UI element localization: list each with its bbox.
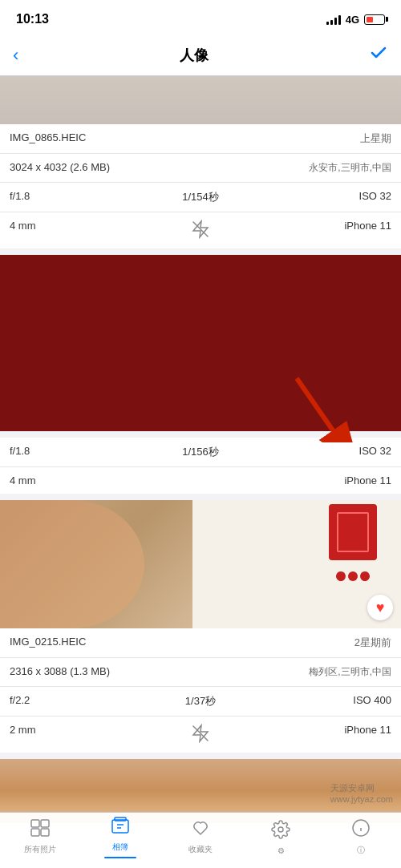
svg-rect-8 — [31, 829, 39, 836]
tab-albums[interactable]: 相簿 — [80, 817, 160, 858]
photo-3-aperture: f/2.2 — [10, 692, 137, 711]
status-bar: 10:13 4G — [0, 0, 401, 35]
photo-3-shutter: 1/37秒 — [137, 692, 265, 711]
settings-icon — [271, 820, 290, 844]
flash-icon-3 — [137, 721, 265, 748]
photo-1-focal-length: 4 mm — [10, 217, 137, 244]
content-area: IMG_0865.HEIC 上星期 3024 x 4032 (2.6 MB) 永… — [0, 76, 401, 868]
photo-3-aperture-row: f/2.2 1/37秒 ISO 400 — [0, 687, 401, 717]
photo-2-shutter: 1/156秒 — [137, 442, 265, 462]
photo-3-date: 2星期前 — [264, 633, 391, 652]
photo-card-3: ♥ IMG_0215.HEIC 2星期前 2316 x 3088 (1.3 MB… — [0, 500, 401, 753]
photo-2-focal-row: 4 mm iPhone 11 — [0, 467, 401, 494]
svg-rect-10 — [112, 820, 128, 833]
info-icon — [351, 818, 371, 842]
photo-1-location: 永安市,三明市,中国 — [264, 159, 391, 177]
info-label: ⓘ — [357, 845, 365, 856]
confirm-button[interactable] — [369, 43, 388, 67]
photo-1-image-partial — [0, 76, 401, 124]
heart-icon: ♥ — [376, 600, 385, 616]
photo-2-device: iPhone 11 — [264, 472, 391, 489]
photo-1-filename: IMG_0865.HEIC — [10, 129, 137, 148]
flash-icon-2 — [137, 472, 265, 489]
photo-3-iso: ISO 400 — [264, 692, 391, 711]
albums-label: 相簿 — [112, 842, 128, 853]
photo-2-aperture-row: f/1.8 1/156秒 ISO 32 — [0, 438, 401, 467]
photo-1-focal-row: 4 mm iPhone 11 — [0, 212, 401, 248]
network-type: 4G — [346, 14, 359, 26]
svg-rect-11 — [115, 818, 126, 821]
photo-1-iso: ISO 32 — [264, 188, 391, 207]
svg-point-14 — [278, 827, 283, 832]
svg-rect-7 — [41, 820, 49, 827]
watermark-url: www.jytyaz.com — [330, 794, 393, 804]
photo-card-2-info: f/1.8 1/156秒 ISO 32 4 mm iPhone 11 — [0, 438, 401, 494]
photo-1-aperture-row: f/1.8 1/154秒 ISO 32 — [0, 183, 401, 212]
albums-icon — [111, 817, 130, 839]
photo-2-focal-length: 4 mm — [10, 472, 137, 489]
tab-favorites[interactable]: 收藏夹 — [160, 819, 241, 855]
status-icons: 4G — [326, 14, 385, 26]
photo-3-focal-length: 2 mm — [10, 721, 137, 748]
favorite-badge[interactable]: ♥ — [367, 595, 393, 620]
flash-icon-1 — [137, 217, 265, 244]
settings-label: ⚙ — [277, 846, 285, 855]
photo-2-aperture: f/1.8 — [10, 442, 137, 462]
tab-bar: 所有照片 相簿 收藏夹 ⚙ — [0, 812, 401, 868]
svg-rect-6 — [31, 820, 39, 827]
battery-icon — [364, 14, 385, 25]
photo-2-iso: ISO 32 — [264, 442, 391, 462]
page-title: 人像 — [180, 46, 209, 65]
photo-card-2-wrapper: f/1.8 1/156秒 ISO 32 4 mm iPhone 11 — [0, 255, 401, 494]
photo-1-aperture: f/1.8 — [10, 188, 137, 207]
photo-1-dimensions-row: 3024 x 4032 (2.6 MB) 永安市,三明市,中国 — [0, 154, 401, 183]
photo-3-location: 梅列区,三明市,中国 — [264, 663, 391, 681]
photo-3-filename: IMG_0215.HEIC — [10, 633, 137, 652]
photo-3-filename-row: IMG_0215.HEIC 2星期前 — [0, 628, 401, 658]
tab-active-indicator — [104, 857, 136, 858]
favorites-icon — [191, 819, 210, 842]
photo-3-image: ♥ — [0, 500, 401, 628]
all-photos-icon — [30, 819, 50, 842]
tab-settings[interactable]: ⚙ — [241, 820, 321, 855]
photo-card-2 — [0, 255, 401, 431]
svg-rect-9 — [41, 829, 49, 836]
favorites-label: 收藏夹 — [188, 844, 213, 855]
all-photos-label: 所有照片 — [24, 844, 56, 855]
watermark: 天源安卓网 www.jytyaz.com — [330, 782, 393, 804]
photo-1-dimensions: 3024 x 4032 (2.6 MB) — [10, 159, 137, 177]
back-button[interactable]: ‹ — [13, 45, 18, 66]
nav-header: ‹ 人像 — [0, 35, 401, 76]
photo-2-image — [0, 255, 401, 431]
photo-3-focal-row: 2 mm iPhone 11 — [0, 717, 401, 753]
watermark-site: 天源安卓网 — [330, 783, 375, 793]
photo-1-date: 上星期 — [264, 129, 391, 148]
photo-3-dimensions-row: 2316 x 3088 (1.3 MB) 梅列区,三明市,中国 — [0, 658, 401, 687]
tab-all-photos[interactable]: 所有照片 — [0, 819, 80, 855]
photo-card-1: IMG_0865.HEIC 上星期 3024 x 4032 (2.6 MB) 永… — [0, 76, 401, 248]
photo-3-dimensions: 2316 x 3088 (1.3 MB) — [10, 663, 137, 681]
photo-3-device: iPhone 11 — [264, 721, 391, 748]
photo-1-filename-row: IMG_0865.HEIC 上星期 — [0, 124, 401, 154]
photo-1-shutter: 1/154秒 — [137, 188, 265, 207]
photo-1-device: iPhone 11 — [264, 217, 391, 244]
status-time: 10:13 — [16, 12, 49, 26]
tab-info[interactable]: ⓘ — [321, 818, 401, 856]
signal-icon — [326, 14, 341, 25]
